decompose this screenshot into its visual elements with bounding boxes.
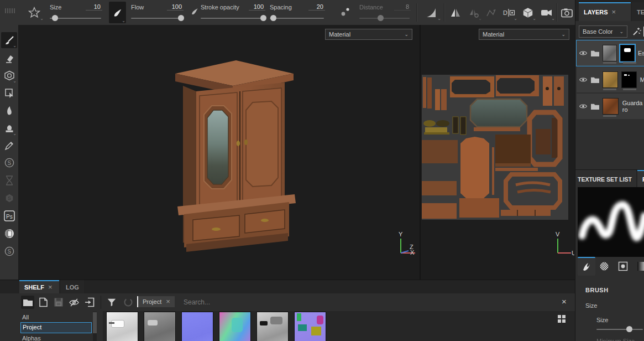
folder-icon [590, 102, 600, 110]
shelf-folder-button[interactable] [21, 296, 34, 309]
size-value-field[interactable]: 10 [86, 3, 102, 11]
viewport-2d[interactable]: Material ⌄ [421, 25, 575, 280]
viewport2d-material-dropdown[interactable]: Material ⌄ [479, 29, 569, 40]
thumb-detail [109, 322, 114, 324]
tab-texture-set-settings[interactable]: TEXTU [632, 2, 644, 21]
search-clear-icon[interactable]: × [562, 297, 567, 306]
plugin-substance-button[interactable]: S [1, 243, 17, 259]
screenshot-button[interactable] [559, 4, 574, 21]
size-slider-knob[interactable] [52, 15, 58, 21]
subtab-brush[interactable] [578, 257, 595, 276]
layer-content-thumbnail[interactable] [603, 71, 618, 88]
size-slider[interactable] [50, 18, 101, 19]
new-resource-button[interactable] [36, 296, 50, 309]
tool-paint-brush[interactable]: ⌄ [1, 32, 17, 48]
import-resources-button[interactable] [83, 296, 96, 309]
tab-properties[interactable]: P [637, 170, 644, 188]
eye-visibility-icon[interactable] [579, 49, 588, 57]
tab-layers[interactable]: LAYERS × [579, 2, 631, 21]
layer-row[interactable]: Ma [577, 67, 644, 92]
stroke-falloff-button[interactable]: ⌄ [421, 4, 442, 21]
layer-row[interactable]: Guarda ro [577, 94, 644, 119]
lazy-mouse-button[interactable] [484, 4, 499, 21]
resource-thumbnail-height-map[interactable] [256, 312, 289, 341]
viewport3d-material-label: Material [329, 31, 350, 38]
view-mode-2d3d-button[interactable]: D ⌄ [500, 4, 518, 21]
tool-projection[interactable]: ⌄ [1, 68, 17, 84]
axis-gizmo-2d: V U [552, 231, 574, 257]
flow-slider-group: Flow 100 [131, 0, 184, 25]
flow-value-field[interactable]: 100 [167, 3, 184, 11]
tab-shelf[interactable]: SHELF × [19, 280, 59, 293]
subtab-stencil[interactable] [616, 260, 630, 273]
plugin-share-button[interactable]: S [1, 190, 17, 206]
subtab-alpha[interactable] [598, 260, 611, 273]
tab-log[interactable]: LOG [61, 280, 84, 293]
brush-falloff-preset-button[interactable]: ⌄ [109, 2, 126, 23]
save-resource-button[interactable] [52, 296, 65, 309]
stroke-opacity-slider[interactable] [201, 18, 264, 19]
spacing-slider-knob[interactable] [270, 15, 276, 21]
camera-view-button[interactable]: ⌄ [538, 4, 556, 21]
layer-mask-thumbnail[interactable] [621, 71, 637, 88]
resource-thumbnail-mid-gray[interactable] [144, 312, 176, 341]
layer-row[interactable]: Esp [577, 40, 644, 66]
layer-mask-thumbnail[interactable] [620, 45, 635, 61]
resource-thumbnail-id-map[interactable] [294, 312, 326, 341]
brush-size-slider-knob[interactable] [626, 326, 632, 332]
layer-content-thumbnail[interactable] [603, 45, 617, 61]
filter-chip-project[interactable]: Project × [137, 296, 175, 307]
tool-eraser[interactable] [1, 50, 17, 66]
eye-visibility-icon[interactable] [579, 102, 588, 110]
viewport3d-material-dropdown[interactable]: Material ⌄ [325, 29, 412, 40]
close-icon[interactable]: × [48, 285, 53, 290]
spacing-value-field[interactable]: 20 [308, 3, 325, 11]
resource-thumbnail-position-map[interactable] [219, 312, 251, 341]
grid-view-button[interactable] [556, 313, 567, 324]
flow-slider[interactable] [131, 18, 182, 19]
add-effect-button[interactable] [631, 25, 643, 38]
stroke-opacity-slider-knob[interactable] [260, 15, 266, 21]
brush-alpha-selector-button[interactable]: ⌄ [24, 4, 44, 21]
projection-mode-button[interactable]: ⌄ [519, 4, 537, 21]
viewport-3d[interactable]: Material ⌄ [18, 25, 420, 280]
category-scrollbar-thumb[interactable] [93, 312, 97, 333]
tab-texture-set-list[interactable]: TEXTURE SET LIST [575, 170, 636, 188]
eye-visibility-icon[interactable] [579, 76, 588, 84]
resource-thumbnail-normal-map[interactable] [181, 312, 213, 341]
tool-smudge[interactable] [1, 102, 17, 118]
symmetry-settings-button[interactable]: ⌄ [465, 4, 483, 21]
subtab-material[interactable] [635, 260, 644, 273]
channel-dropdown[interactable]: Base Color ⌄ [579, 25, 627, 38]
category-scrollbar[interactable] [93, 312, 97, 341]
shelf-category-all[interactable]: All [22, 312, 29, 322]
picker-pen-icon [4, 140, 15, 151]
close-icon[interactable]: × [166, 299, 170, 304]
stroke-opacity-value-field[interactable]: 100 [249, 3, 265, 11]
plugin-history-button[interactable] [1, 172, 17, 188]
shelf-category-project[interactable]: Project [20, 322, 92, 333]
shelf-category-project-label: Project [23, 324, 41, 330]
layer-label: Ma [640, 76, 644, 83]
symmetry-button[interactable] [447, 4, 464, 21]
spacing-slider[interactable] [270, 18, 324, 19]
resource-thumbnail-light-gray[interactable] [106, 312, 138, 341]
mask-mark [624, 74, 627, 76]
filter-button[interactable] [105, 296, 118, 309]
close-icon[interactable]: × [612, 9, 616, 15]
shelf-category-alphas[interactable]: Alphas [22, 333, 41, 341]
chevron-down-icon: ⌄ [404, 32, 409, 37]
tool-clone-stamp[interactable]: ⌄ [1, 120, 17, 136]
tool-material-picker[interactable] [1, 137, 17, 153]
flow-slider-knob[interactable] [178, 15, 184, 21]
refresh-button[interactable] [122, 296, 135, 309]
brush-size-slider[interactable] [596, 329, 643, 330]
plugin-substance-source-button[interactable]: S [1, 154, 17, 170]
tool-polygon-fill[interactable] [1, 85, 17, 101]
toolbar-drag-handle[interactable] [5, 8, 15, 13]
search-input[interactable] [182, 296, 538, 308]
plugin-photoshop-export-button[interactable]: Ps [1, 208, 17, 224]
plugin-resources-button[interactable] [1, 225, 17, 241]
layer-content-thumbnail[interactable] [603, 98, 619, 115]
toggle-hidden-button[interactable] [67, 296, 81, 309]
